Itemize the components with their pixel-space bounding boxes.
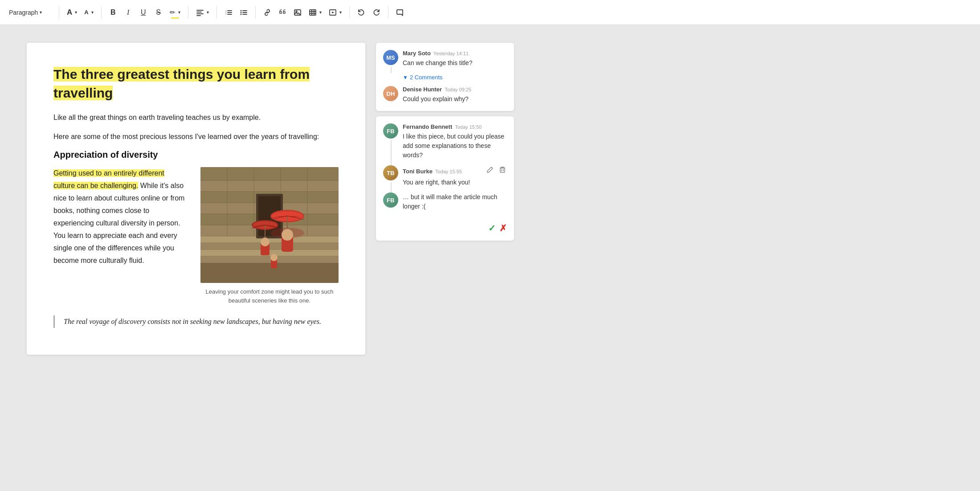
edit-comment-button[interactable] [486, 165, 494, 176]
cancel-comment-button[interactable]: ✗ [499, 223, 507, 233]
document-title[interactable]: The three greatest things you learn from… [53, 67, 310, 100]
redo-icon [372, 8, 380, 16]
divider-2 [101, 6, 102, 19]
comment-author-denise: Denise Hunter [403, 86, 442, 93]
numbered-list-button[interactable]: 1 2 3 [221, 4, 236, 20]
comment-item-denise: DH Denise Hunter Today 09:25 Could you e… [383, 86, 507, 104]
italic-button[interactable]: I [121, 4, 135, 20]
table-chevron-icon: ▾ [319, 10, 322, 15]
confirm-comment-button[interactable]: ✓ [488, 223, 496, 233]
document-image [200, 167, 339, 283]
svg-rect-45 [200, 256, 339, 263]
bold-button[interactable]: B [106, 4, 120, 20]
blockquote-button[interactable] [275, 4, 290, 20]
undo-icon [357, 8, 365, 16]
redo-button[interactable] [369, 4, 384, 20]
svg-rect-27 [200, 167, 339, 180]
font-size-small-chevron-icon: ▾ [91, 10, 94, 15]
numbered-list-icon: 1 2 3 [225, 8, 233, 16]
svg-point-17 [296, 11, 297, 12]
strikethrough-button[interactable]: S [151, 4, 166, 20]
table-icon [309, 8, 317, 16]
comment-button[interactable] [393, 4, 407, 20]
font-size-group: A ▾ A ▾ [64, 4, 97, 20]
section1-heading[interactable]: Appreciation of diversity [53, 150, 339, 160]
font-size-chevron-icon: ▾ [75, 10, 77, 15]
section1-text[interactable]: Getting used to an entirely different cu… [53, 167, 187, 267]
comment-item-fernando: FB Fernando Bennett Today 15:50 I like t… [383, 123, 507, 160]
paragraph-style-label: Paragraph [9, 9, 38, 16]
link-button[interactable] [260, 4, 274, 20]
paragraph-style-selector[interactable]: Paragraph ▾ [5, 4, 54, 20]
divider-4 [216, 6, 217, 19]
comment-text-reply: … but it will make the article much long… [403, 192, 507, 211]
avatar-toni-initials: TB [383, 165, 398, 180]
comment-actions-toni [486, 165, 507, 176]
svg-rect-46 [200, 263, 339, 283]
font-size-increase-button[interactable]: A ▾ [64, 4, 80, 20]
expand-comments-button[interactable]: ▼ 2 Comments [403, 74, 507, 81]
avatar-toni: TB [383, 165, 398, 180]
comment-meta-toni: Toni Burke Today 15:55 [403, 165, 507, 176]
highlight-button[interactable]: ✏ ▾ [167, 4, 184, 20]
font-size-large-icon: A [67, 8, 72, 17]
bullet-list-icon [240, 8, 248, 16]
comment-meta-fernando: Fernando Bennett Today 15:50 [403, 123, 507, 130]
paragraph-style-group: Paragraph ▾ [5, 4, 54, 20]
comment-time-denise: Today 09:25 [445, 87, 471, 92]
alignment-group: ▾ [193, 4, 212, 20]
editor[interactable]: The three greatest things you learn from… [27, 43, 365, 355]
image-caption: Leaving your comfort zone might lead you… [200, 287, 339, 305]
comment-content-toni: Toni Burke Today 15:55 [403, 165, 507, 187]
media-button[interactable]: ▾ [326, 4, 345, 20]
list-group: 1 2 3 [221, 4, 251, 20]
comment-content-reply: … but it will make the article much long… [403, 192, 507, 211]
table-button[interactable]: ▾ [306, 4, 325, 20]
comment-card-1: MS Mary Soto Yesterday 14:11 Can we chan… [376, 43, 514, 111]
comment-author-mary: Mary Soto [403, 50, 431, 57]
comment-thread-2: FB Fernando Bennett Today 15:50 I like t… [383, 123, 507, 233]
svg-rect-28 [200, 180, 339, 192]
comment-content-mary: Mary Soto Yesterday 14:11 Can we change … [403, 50, 507, 68]
comment-confirm-row: ✓ ✗ [383, 220, 507, 233]
comment-author-toni: Toni Burke [403, 168, 433, 175]
text-format-group: B I U S ✏ ▾ [106, 4, 184, 20]
image-icon [294, 8, 302, 16]
svg-point-10 [240, 10, 241, 11]
avatar-mary-initials: MS [383, 50, 398, 65]
section1-body-text: While it's also nice to learn about cult… [53, 182, 184, 264]
align-button[interactable]: ▾ [193, 4, 212, 20]
delete-comment-button[interactable] [498, 165, 507, 176]
comment-thread-1: MS Mary Soto Yesterday 14:11 Can we chan… [383, 50, 507, 104]
media-chevron-icon: ▾ [339, 10, 342, 15]
delete-icon [499, 166, 506, 173]
comment-author-fernando: Fernando Bennett [403, 123, 452, 130]
toolbar: Paragraph ▾ A ▾ A ▾ B I U S ✏ ▾ [0, 0, 980, 25]
comment-content-fernando: Fernando Bennett Today 15:50 I like this… [403, 123, 507, 160]
svg-point-12 [240, 13, 241, 15]
undo-button[interactable] [354, 4, 368, 20]
comment-card-2: FB Fernando Bennett Today 15:50 I like t… [376, 116, 514, 241]
document-intro-1[interactable]: Like all the great things on earth trave… [53, 111, 339, 123]
highlight-pen-icon: ✏ [170, 8, 176, 16]
document-blockquote[interactable]: The real voyage of discovery consists no… [53, 315, 339, 328]
italic-icon: I [127, 8, 129, 16]
align-icon [196, 8, 204, 16]
expand-chevron-icon: ▼ [403, 74, 408, 81]
divider-5 [255, 6, 256, 19]
blockquote-text: The real voyage of discovery consists no… [64, 318, 321, 325]
comment-item-toni: TB Toni Burke Today 15:55 [383, 165, 507, 187]
font-size-decrease-button[interactable]: A ▾ [81, 4, 96, 20]
comment-text-toni: You are right, thank you! [403, 178, 507, 187]
avatar-reply: FB [383, 192, 398, 208]
svg-marker-24 [332, 12, 335, 13]
bullet-list-button[interactable] [237, 4, 251, 20]
underline-button[interactable]: U [136, 4, 151, 20]
avatar-fernando: FB [383, 123, 398, 139]
document-image-column: Leaving your comfort zone might lead you… [200, 167, 339, 305]
image-button[interactable] [290, 4, 305, 20]
avatar-reply-initials: FB [383, 192, 398, 208]
comment-text-mary: Can we change this title? [403, 58, 507, 68]
document-intro-2[interactable]: Here are some of the most precious lesso… [53, 131, 339, 143]
divider-3 [188, 6, 188, 19]
